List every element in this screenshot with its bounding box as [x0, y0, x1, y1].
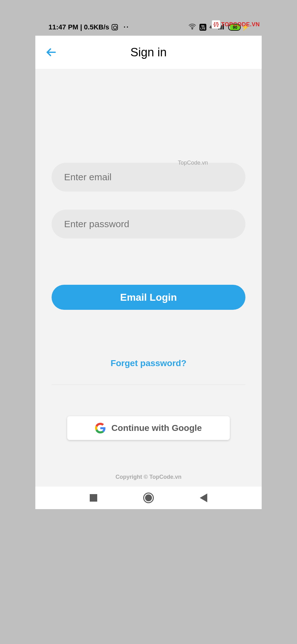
- watermark-text: TopCode.vn: [178, 160, 208, 166]
- status-left: 11:47 PM | 0.5KB/s ··: [48, 23, 129, 31]
- android-nav-bar: [35, 487, 262, 509]
- app-header: Sign in: [35, 36, 262, 69]
- status-data-rate: 0.5KB/s: [84, 23, 109, 31]
- recents-button[interactable]: [90, 494, 97, 502]
- google-button-label: Continue with Google: [111, 423, 202, 433]
- email-input[interactable]: [52, 163, 245, 192]
- more-dots-icon: ··: [123, 23, 129, 31]
- wifi-icon: [188, 23, 196, 32]
- google-icon: [95, 423, 106, 433]
- copyright-text: Copyright © TopCode.vn: [35, 474, 262, 480]
- svg-point-0: [192, 28, 193, 29]
- status-time: 11:47 PM: [48, 23, 78, 31]
- back-button[interactable]: [45, 47, 57, 58]
- content-area: TopCode.vn Email Login Forget password?: [35, 69, 262, 487]
- instagram-icon: [112, 24, 118, 30]
- email-login-button[interactable]: Email Login: [52, 285, 245, 310]
- forget-password-link[interactable]: Forget password?: [52, 358, 245, 368]
- topcode-watermark: {/} TOPCODE.VN: [212, 20, 260, 29]
- topcode-brand-text: TOPCODE.VN: [221, 21, 260, 28]
- home-button[interactable]: [143, 493, 154, 503]
- back-nav-button[interactable]: [200, 493, 207, 502]
- volte-icon: VoLTE: [199, 24, 206, 31]
- divider: [52, 385, 245, 385]
- topcode-logo-icon: {/}: [212, 20, 220, 29]
- password-input[interactable]: [52, 210, 245, 238]
- google-signin-button[interactable]: Continue with Google: [67, 416, 230, 440]
- page-title: Sign in: [35, 46, 262, 59]
